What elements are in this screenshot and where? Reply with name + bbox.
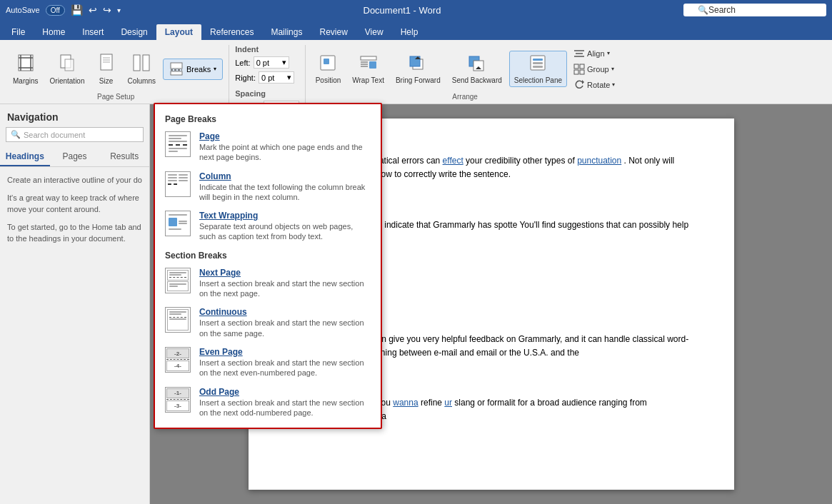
textwrap-break-icon [165, 211, 191, 236]
tab-design[interactable]: Design [112, 24, 156, 40]
columns-button[interactable]: Columns [124, 51, 160, 87]
title-bar-left: AutoSave Off 💾 ↩ ↪ ▾ [6, 4, 121, 16]
page-break-icon [165, 131, 191, 157]
send-backward-button[interactable]: Send Backward [448, 51, 506, 86]
size-label: Size [99, 77, 113, 85]
tab-results[interactable]: Results [99, 148, 149, 166]
autosave-toggle[interactable]: Off [46, 5, 65, 16]
group-button[interactable]: Group ▾ [570, 62, 618, 76]
tab-headings[interactable]: Headings [0, 148, 50, 166]
breaks-label: Breaks [186, 65, 211, 74]
nextpage-break-text: Next Page Insert a section break and sta… [199, 268, 371, 299]
page-breaks-header: Page Breaks [155, 110, 381, 127]
evenpage-break-icon: -2- -4- [165, 347, 191, 373]
indent-label: Indent [235, 45, 299, 54]
customize-icon[interactable]: ▾ [117, 6, 121, 14]
position-icon [319, 54, 337, 75]
send-backward-label: Send Backward [452, 76, 502, 84]
autosave-label: AutoSave [6, 6, 40, 14]
bring-forward-label: Bring Forward [396, 76, 441, 84]
tab-review[interactable]: Review [311, 24, 356, 40]
tab-help[interactable]: Help [392, 24, 427, 40]
ribbon-tabs: File Home Insert Design Layout Reference… [0, 20, 832, 40]
section-breaks-header: Section Breaks [155, 246, 381, 263]
column-break-desc: Indicate that the text following the col… [199, 182, 371, 203]
punctuation-word: punctuation [577, 156, 621, 166]
nextpage-break-name: Next Page [199, 268, 371, 278]
breaks-button[interactable]: Breaks ▾ [163, 59, 223, 80]
align-label: Align [587, 49, 604, 58]
orientation-label: Orientation [50, 77, 85, 85]
ribbon-group-arrange: Position Wrap Text Bring Forward Send Ba… [306, 45, 625, 104]
margins-button[interactable]: Margins [9, 51, 43, 87]
continuous-break-icon [165, 307, 191, 333]
tab-mailings[interactable]: Mailings [262, 24, 311, 40]
continuous-break-text: Continuous Insert a section break and st… [199, 307, 371, 338]
evenpage-break-name: Even Page [199, 347, 371, 357]
rotate-arrow: ▾ [612, 81, 615, 88]
break-item-page[interactable]: Page Mark the point at which one page en… [155, 127, 381, 167]
nav-search-icon: 🔍 [11, 130, 21, 139]
tab-references[interactable]: References [201, 24, 262, 40]
nav-content: Create an interactive outline of your do… [0, 167, 149, 258]
rotate-button[interactable]: Rotate ▾ [570, 78, 618, 92]
redo-icon[interactable]: ↪ [103, 4, 111, 16]
svg-rect-13 [171, 63, 182, 69]
margins-label: Margins [13, 77, 39, 85]
position-button[interactable]: Position [311, 51, 346, 86]
document-title: Document1 - Word [364, 5, 441, 16]
tab-pages[interactable]: Pages [50, 148, 100, 166]
orientation-button[interactable]: Orientation [46, 51, 89, 87]
indent-right-label: Right: [235, 74, 256, 82]
search-icon: 🔍 [698, 5, 708, 15]
svg-rect-6 [65, 59, 74, 71]
svg-rect-15 [171, 71, 182, 75]
page-setup-label: Page Setup [97, 93, 134, 104]
break-item-continuous[interactable]: Continuous Insert a section break and st… [155, 303, 381, 343]
page-break-text: Page Mark the point at which one page en… [199, 131, 371, 163]
orientation-icon [57, 53, 77, 76]
tab-layout[interactable]: Layout [156, 24, 201, 40]
svg-marker-40 [582, 80, 584, 84]
break-item-nextpage[interactable]: Next Page Insert a section break and sta… [155, 263, 381, 303]
save-icon[interactable]: 💾 [71, 4, 83, 16]
navigation-title: Navigation [0, 104, 149, 127]
breaks-dropdown: Page Breaks Page Mark the point at which… [154, 103, 382, 429]
columns-label: Columns [128, 77, 156, 85]
break-item-textwrap[interactable]: Text Wrapping Separate text around objec… [155, 206, 381, 246]
nav-tabs: Headings Pages Results [0, 148, 149, 167]
column-break-text: Column Indicate that the text following … [199, 171, 371, 203]
bring-forward-icon [409, 54, 427, 75]
send-backward-icon [468, 54, 486, 75]
tab-view[interactable]: View [356, 24, 392, 40]
align-button[interactable]: Align ▾ [570, 46, 618, 61]
title-bar-right: 🔍 Search [683, 4, 826, 16]
svg-rect-18 [361, 56, 376, 60]
textwrap-break-name: Text Wrapping [199, 211, 371, 221]
svg-rect-39 [580, 70, 584, 74]
continuous-break-name: Continuous [199, 307, 371, 317]
tab-insert[interactable]: Insert [74, 24, 112, 40]
nextpage-break-desc: Insert a section break and start the new… [199, 278, 371, 299]
wrap-text-button[interactable]: Wrap Text [348, 51, 389, 86]
undo-icon[interactable]: ↩ [89, 4, 97, 16]
nextpage-break-icon [165, 268, 191, 293]
tab-home[interactable]: Home [34, 24, 74, 40]
indent-right-input[interactable]: 0 pt ▾ [259, 71, 294, 84]
bring-forward-button[interactable]: Bring Forward [391, 51, 445, 86]
nav-search[interactable]: 🔍 Search document [6, 127, 144, 142]
group-label: Group [587, 65, 609, 74]
breaks-arrow: ▾ [214, 66, 216, 72]
tab-file[interactable]: File [3, 24, 34, 40]
selection-pane-button[interactable]: Selection Pane [509, 51, 567, 87]
indent-left-row: Left: 0 pt ▾ [235, 56, 299, 69]
selection-pane-label: Selection Pane [514, 76, 562, 84]
break-item-evenpage[interactable]: -2- -4- Even Page Insert a section break… [155, 343, 381, 383]
search-bar[interactable]: 🔍 Search [683, 4, 826, 16]
break-item-oddpage[interactable]: -1- -3- Odd Page Insert a section break … [155, 383, 381, 423]
break-item-column[interactable]: Column Indicate that the text following … [155, 167, 381, 207]
main-area: Navigation 🔍 Search document Headings Pa… [0, 104, 832, 504]
arrange-content: Position Wrap Text Bring Forward Send Ba… [311, 45, 619, 93]
indent-left-input[interactable]: 0 pt ▾ [254, 56, 289, 69]
size-button[interactable]: Size [92, 51, 121, 87]
